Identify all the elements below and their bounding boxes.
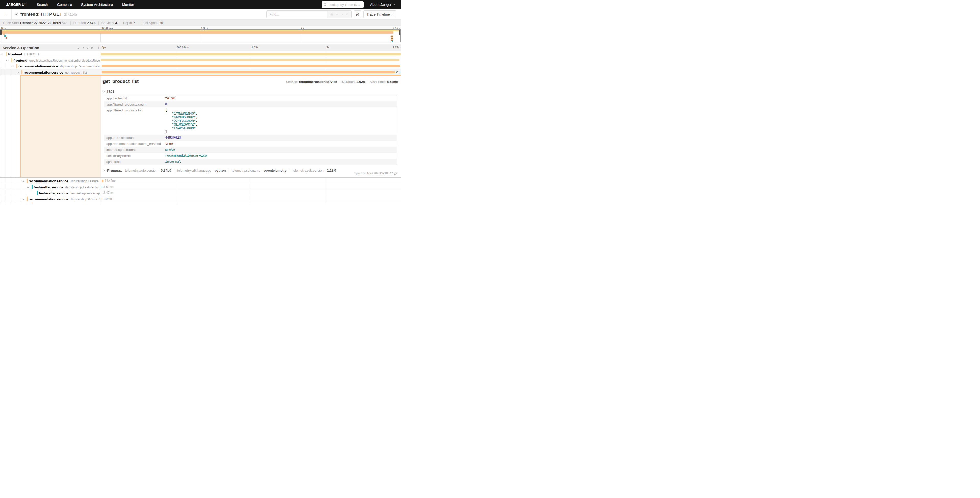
span-duration-bar[interactable] [102, 180, 103, 182]
span-row-recommendationservice[interactable]: recommendationserviceget_product_list2.6… [0, 69, 401, 75]
trace-start-value: October 22 2022, 22:10:09.543 [20, 21, 67, 25]
minimap-span-bar [6, 37, 7, 38]
span-row-recommendationservice[interactable]: recommendationservice/hipstershop.Featur… [0, 178, 401, 184]
duration-label: Duration [73, 21, 86, 25]
span-row-featureflagservice[interactable]: featureflagservice/hipstershop.FeatureFl… [0, 184, 401, 190]
span-duration-bar[interactable] [101, 53, 401, 56]
span-name: frontendgrpc.hipstershop.RecommendationS… [13, 57, 100, 64]
indent-guide [0, 196, 1, 202]
find-input[interactable] [267, 11, 327, 18]
operation-name: /hipstershop.RecommendationService/Lis..… [60, 65, 100, 68]
span-duration-bar[interactable] [102, 198, 102, 200]
span-color-stripe [11, 58, 12, 62]
span-row-productcatalogservice[interactable]: productcatalogservice [0, 202, 401, 203]
minimap-left-handle[interactable] [0, 30, 2, 35]
back-button[interactable]: ← [0, 9, 12, 19]
operation-name: /hipstershop.FeatureFlagService/Ge... [65, 185, 100, 189]
operation-name: HTTP GET [24, 53, 39, 56]
detail-bottom-border [0, 177, 401, 178]
nav-item-compare[interactable]: Compare [57, 3, 72, 6]
total-spans-value: 20 [160, 21, 163, 25]
top-nav: JAEGER UI SearchCompareSystem Architectu… [0, 0, 401, 9]
nav-item-search[interactable]: Search [37, 3, 48, 6]
span-duration-bar[interactable] [102, 192, 102, 194]
chevron-down-icon[interactable] [11, 65, 14, 67]
span-duration-bar[interactable] [102, 186, 102, 188]
tag-key: app.cache_hit [104, 95, 163, 102]
chevron-down-icon[interactable] [1, 53, 3, 55]
clear-find-icon[interactable]: ✕ [346, 13, 348, 16]
minimap-right-handle[interactable] [399, 30, 400, 35]
timeline-minimap: 0μs666.89ms1.33s2s2.67s [0, 26, 401, 43]
span-row-recommendationservice[interactable]: recommendationservice/hipstershop.Recomm… [0, 63, 401, 69]
nav-item-monitor[interactable]: Monitor [122, 3, 134, 6]
tag-row[interactable]: app.filtered_products.list["1YMWWN1N4O",… [104, 107, 397, 135]
expand-one-icon[interactable] [82, 46, 84, 49]
tags-section-toggle[interactable]: Tags [103, 89, 398, 93]
tag-row[interactable]: internal.span.formatproto [104, 147, 397, 153]
tag-row[interactable]: span.kindinternal [104, 159, 397, 165]
chevron-down-icon[interactable] [17, 71, 19, 73]
trace-view-select[interactable]: Trace Timeline [363, 11, 396, 18]
tag-row[interactable]: app.cache_hitfalse [104, 95, 397, 102]
tag-value: internal [163, 159, 397, 165]
span-detail-panel: get_product_list Service:recommendations… [101, 76, 401, 177]
app-logo[interactable]: JAEGER UI [6, 3, 25, 6]
trace-id-lookup-input[interactable] [329, 3, 361, 6]
tag-value: recommendationservice [163, 153, 397, 159]
indent-guide [11, 184, 11, 190]
nav-item-system-architecture[interactable]: System Architecture [81, 3, 113, 6]
span-duration-bar[interactable] [101, 59, 399, 62]
span-color-stripe [32, 185, 33, 189]
indent-guide [21, 184, 21, 190]
trace-id-lookup[interactable] [321, 1, 364, 8]
process-tag: telemetry.auto.version=0.34b0 [125, 168, 171, 172]
next-result-icon[interactable] [341, 13, 343, 15]
tag-row[interactable]: app.products.count44530923 [104, 135, 397, 141]
chevron-down-icon [103, 90, 105, 92]
indent-guide [0, 63, 1, 69]
span-row-recommendationservice[interactable]: recommendationservice/hipstershop.Produc… [0, 196, 401, 202]
chevron-down-icon[interactable] [6, 59, 8, 61]
tag-row[interactable]: otel.library.namerecommendationservice [104, 153, 397, 159]
operation-name: /hipstershop.ProductCatalogSer... [70, 198, 100, 201]
timeline-tick-label: 1.33s [251, 46, 259, 49]
span-duration-bar[interactable] [102, 71, 395, 73]
expand-all-icon[interactable] [91, 47, 93, 49]
column-resizer-handle[interactable] [98, 46, 99, 49]
tag-row[interactable]: app.recommendation.cache_enabledtrue [104, 141, 397, 147]
span-row-frontend[interactable]: frontendgrpc.hipstershop.RecommendationS… [0, 57, 401, 64]
minimap-span-bar [0, 32, 393, 34]
span-row-frontend[interactable]: frontendHTTP GET [0, 51, 401, 57]
tag-row[interactable]: app.filtered_products.count8 [104, 102, 397, 108]
tag-value: true [163, 141, 397, 147]
tags-table: app.cache_hitfalseapp.filtered_products.… [104, 95, 397, 165]
span-detail-meta: Service:recommendationservice Duration:2… [286, 80, 398, 84]
tag-key: app.filtered_products.count [104, 102, 163, 108]
arrow-left-icon: ← [3, 12, 8, 17]
indent-guide [0, 190, 1, 196]
process-section-toggle[interactable]: Process: telemetry.auto.version=0.34b0te… [103, 168, 398, 172]
span-color-stripe [37, 191, 38, 195]
collapse-all-icon[interactable] [87, 47, 88, 49]
keyboard-shortcuts-button[interactable]: ⌘ [353, 11, 361, 18]
tag-value: 44530923 [163, 135, 397, 141]
about-jaeger-menu[interactable]: About Jaeger [370, 3, 395, 6]
locate-span-icon[interactable]: ◎ [330, 13, 333, 16]
collapse-trace-chevron-icon[interactable] [15, 12, 18, 15]
collapse-one-icon[interactable] [77, 46, 79, 49]
chevron-down-icon[interactable] [22, 180, 24, 182]
link-icon[interactable] [394, 172, 398, 175]
tag-value: proto [163, 147, 397, 153]
span-color-stripe [27, 196, 28, 201]
span-row-featureflagservice[interactable]: featureflagservicefeatureflagservice.rep… [0, 190, 401, 196]
operation-name: get_product_list [65, 71, 87, 74]
span-duration-label: 3.47ms [103, 190, 113, 196]
chevron-down-icon[interactable] [22, 198, 24, 200]
indent-guide [11, 69, 11, 75]
chevron-down-icon[interactable] [27, 186, 29, 188]
prev-result-icon[interactable] [336, 13, 338, 15]
span-duration-bar[interactable] [102, 65, 400, 67]
minimap-canvas[interactable] [0, 29, 401, 42]
indent-guide [11, 196, 11, 202]
